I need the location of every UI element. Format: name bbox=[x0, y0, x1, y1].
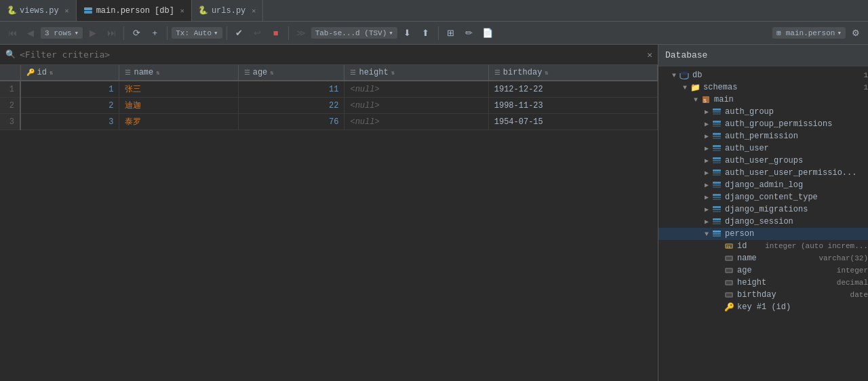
cell-age-3[interactable]: 76 bbox=[238, 114, 344, 130]
cell-id-3[interactable]: 3 bbox=[20, 114, 119, 130]
tree-item-key[interactable]: 🔑 key #1 (id) bbox=[658, 301, 868, 313]
col-icon-age-tree bbox=[724, 266, 734, 275]
edit-view-btn[interactable]: ✏ bbox=[461, 25, 477, 41]
schema-dropdown[interactable]: ⊞ main.person ▾ bbox=[772, 27, 846, 39]
cell-birthday-3[interactable]: 1954-07-15 bbox=[488, 114, 657, 130]
nav-last-btn[interactable]: ⏭ bbox=[103, 25, 119, 41]
tree-item-col-id[interactable]: PK id integer (auto increm... bbox=[658, 240, 868, 252]
svg-rect-18 bbox=[713, 157, 721, 159]
filter-input[interactable] bbox=[20, 49, 647, 60]
tree-item-col-name[interactable]: name varchar(32) bbox=[658, 252, 868, 264]
col-header-age[interactable]: ☰ age ⇅ bbox=[238, 65, 344, 81]
tree-item-auth-permission[interactable]: ▶ auth_permission bbox=[658, 130, 868, 142]
svg-rect-29 bbox=[713, 199, 721, 200]
settings-btn[interactable]: ⚙ bbox=[848, 25, 864, 41]
sort-icon-id: ⇅ bbox=[50, 69, 53, 77]
cell-age-1[interactable]: 11 bbox=[238, 81, 344, 98]
tab-main-person[interactable]: main.person [db] ✕ bbox=[77, 0, 192, 21]
col-icon-name: ☰ bbox=[125, 68, 131, 77]
nav-next-btn[interactable]: ▶ bbox=[85, 25, 101, 41]
tree-item-col-height[interactable]: height decimal bbox=[658, 277, 868, 289]
col-header-height[interactable]: ☰ height ⇅ bbox=[344, 65, 488, 81]
rows-badge[interactable]: 3 rows ▾ bbox=[41, 27, 83, 39]
tree-item-auth-group-permissions[interactable]: ▶ auth_group_permissions bbox=[658, 118, 868, 130]
tree-item-col-age[interactable]: age integer bbox=[658, 264, 868, 277]
table-icon bbox=[711, 180, 722, 190]
tree-item-django-admin-log[interactable]: ▶ django_admin_log bbox=[658, 179, 868, 191]
submit-btn[interactable]: ✔ bbox=[231, 25, 248, 41]
cell-name-1[interactable]: 张三 bbox=[119, 81, 238, 98]
tab-close-urls[interactable]: ✕ bbox=[252, 7, 256, 15]
tree-item-django-session[interactable]: ▶ django_session bbox=[658, 216, 868, 228]
tree-item-schemas[interactable]: ▼ 📁 schemas 1 bbox=[658, 81, 868, 94]
tree-item-auth-group[interactable]: ▶ auth_group bbox=[658, 106, 868, 118]
tab-close-main-person[interactable]: ✕ bbox=[180, 7, 184, 15]
sep1 bbox=[123, 26, 124, 40]
tree-item-auth-user[interactable]: ▶ auth_user bbox=[658, 142, 868, 155]
pk-col-icon: PK bbox=[724, 241, 734, 251]
tree-item-django-migrations[interactable]: ▶ django_migrations bbox=[658, 203, 868, 216]
tab-close-views[interactable]: ✕ bbox=[65, 7, 69, 15]
svg-rect-23 bbox=[713, 174, 721, 176]
svg-rect-38 bbox=[713, 235, 721, 237]
nav-prev-btn[interactable]: ◀ bbox=[22, 25, 39, 41]
export-btn[interactable]: ⬇ bbox=[399, 25, 416, 41]
nav-first-btn[interactable]: ⏮ bbox=[4, 25, 20, 41]
db-panel: Database ▼ db 1 ▼ 📁 schemas 1 bbox=[658, 45, 868, 381]
tree-item-auth-user-user-perm[interactable]: ▶ auth_user_user_permissio... bbox=[658, 167, 868, 179]
sep5 bbox=[438, 26, 439, 40]
svg-rect-33 bbox=[713, 218, 721, 220]
svg-rect-17 bbox=[713, 150, 721, 151]
svg-rect-28 bbox=[713, 197, 721, 198]
tree-item-main[interactable]: ▼ S main bbox=[658, 94, 868, 106]
cell-name-2[interactable]: 迪迦 bbox=[119, 98, 238, 114]
tsv-dropdown[interactable]: Tab-se...d (TSV) ▾ bbox=[311, 27, 397, 39]
col-icon-name-tree bbox=[724, 254, 734, 263]
cell-height-3[interactable]: <null> bbox=[344, 114, 488, 130]
db-tree: ▼ db 1 ▼ 📁 schemas 1 ▼ bbox=[658, 66, 868, 381]
table-row[interactable]: 1 1 张三 11 <null> 1912-12-22 bbox=[0, 81, 658, 98]
table-row[interactable]: 3 3 泰罗 76 <null> 1954-07-15 bbox=[0, 114, 658, 130]
tab-views[interactable]: 🐍 views.py ✕ bbox=[0, 0, 77, 21]
refresh-btn[interactable]: ⟳ bbox=[128, 25, 144, 41]
toolbar: ⏮ ◀ 3 rows ▾ ▶ ⏭ ⟳ + Tx: Auto ▾ ✔ ↩ ■ ≫ … bbox=[0, 22, 868, 45]
tree-item-django-content-type[interactable]: ▶ django_content_type bbox=[658, 191, 868, 203]
col-icon-birthday: ☰ bbox=[494, 68, 500, 77]
tab-urls[interactable]: 🐍 urls.py ✕ bbox=[192, 0, 263, 21]
col-header-id[interactable]: 🔑 id ⇅ bbox=[20, 65, 119, 81]
tx-dropdown[interactable]: Tx: Auto ▾ bbox=[172, 27, 222, 39]
table-icon-person bbox=[711, 229, 722, 239]
cell-id-2[interactable]: 2 bbox=[20, 98, 119, 114]
svg-rect-34 bbox=[713, 221, 721, 222]
cell-birthday-1[interactable]: 1912-12-22 bbox=[488, 81, 657, 98]
table-icon bbox=[711, 156, 722, 165]
more-btn[interactable]: ≫ bbox=[293, 25, 309, 41]
col-header-name[interactable]: ☰ name ⇅ bbox=[119, 65, 238, 81]
add-row-btn[interactable]: + bbox=[146, 25, 163, 41]
tree-item-db[interactable]: ▼ db 1 bbox=[658, 69, 868, 81]
tree-item-col-birthday[interactable]: birthday date bbox=[658, 289, 868, 301]
table-row[interactable]: 2 2 迪迦 22 <null> 1998-11-23 bbox=[0, 98, 658, 114]
row-num-2: 2 bbox=[0, 98, 20, 114]
svg-text:S: S bbox=[703, 98, 707, 104]
table-icon-auth-group bbox=[711, 107, 722, 117]
filter-close-btn[interactable]: ✕ bbox=[647, 49, 652, 60]
tree-item-person[interactable]: ▼ person bbox=[658, 228, 868, 240]
svg-rect-7 bbox=[713, 111, 721, 113]
cell-age-2[interactable]: 22 bbox=[238, 98, 344, 114]
page-view-btn[interactable]: 📄 bbox=[479, 25, 496, 41]
cell-id-1[interactable]: 1 bbox=[20, 81, 119, 98]
col-header-birthday[interactable]: ☰ birthday ⇅ bbox=[488, 65, 657, 81]
cell-height-1[interactable]: <null> bbox=[344, 81, 488, 98]
cell-height-2[interactable]: <null> bbox=[344, 98, 488, 114]
cell-birthday-2[interactable]: 1998-11-23 bbox=[488, 98, 657, 114]
revert-btn[interactable]: ↩ bbox=[250, 25, 266, 41]
stop-btn[interactable]: ■ bbox=[268, 25, 284, 41]
sep3 bbox=[226, 26, 227, 40]
tree-item-auth-user-groups[interactable]: ▶ auth_user_groups bbox=[658, 155, 868, 167]
tree-arrow-person: ▼ bbox=[702, 230, 711, 238]
cell-name-3[interactable]: 泰罗 bbox=[119, 114, 238, 130]
import-btn[interactable]: ⬆ bbox=[418, 25, 434, 41]
row-num-1: 1 bbox=[0, 81, 20, 98]
table-view-btn[interactable]: ⊞ bbox=[443, 25, 459, 41]
